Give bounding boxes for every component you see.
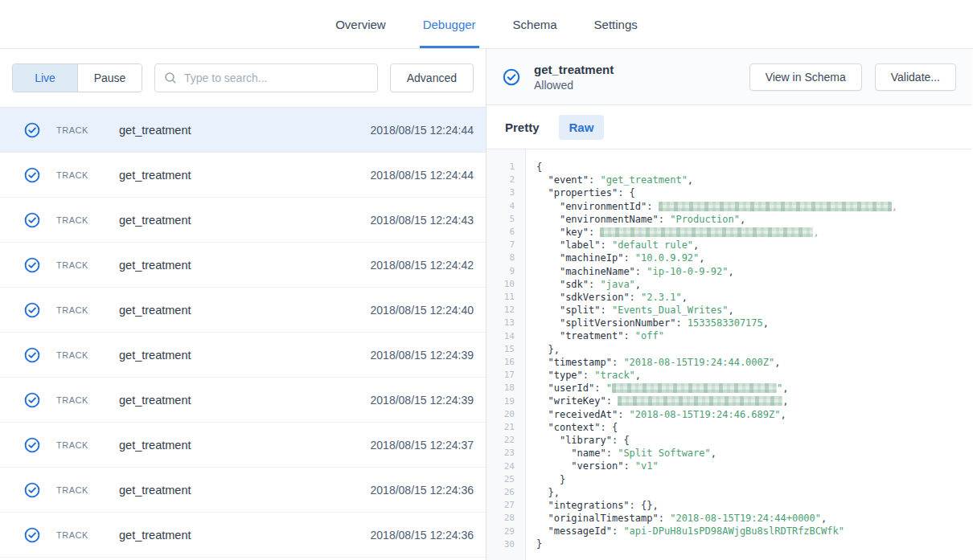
event-type-label: TRACK	[56, 440, 119, 450]
code-line: "properties": {	[536, 186, 972, 199]
json-key: "environmentName"	[560, 214, 659, 225]
check-circle-icon	[24, 392, 40, 408]
line-number: 25	[486, 473, 515, 486]
line-number: 23	[486, 447, 515, 460]
search-input[interactable]	[184, 72, 368, 84]
code-line: "context": {	[536, 421, 972, 434]
code-line: "sdk": "java",	[536, 278, 972, 291]
validate-button[interactable]: Validate...	[875, 63, 956, 91]
event-row[interactable]: TRACKget_treatment2018/08/15 12:24:44	[0, 108, 486, 153]
code-line: "machineIp": "10.0.9.92",	[536, 251, 972, 264]
json-punctuation: :	[594, 382, 606, 394]
json-punctuation	[536, 330, 560, 341]
json-punctuation: ,	[711, 448, 716, 459]
code-line: "version": "v1"	[536, 460, 972, 472]
event-timestamp: 2018/08/15 12:24:40	[371, 304, 474, 317]
event-row[interactable]: TRACKget_treatment2018/08/15 12:24:36	[0, 513, 486, 558]
json-key: "sdk"	[560, 279, 589, 290]
json-punctuation	[536, 525, 548, 537]
json-key: "split"	[560, 305, 601, 316]
json-punctuation: :	[623, 252, 634, 264]
line-number: 30	[486, 538, 515, 551]
json-key: "version"	[571, 460, 623, 472]
json-key: "writeKey"	[548, 395, 606, 407]
event-timestamp: 2018/08/15 12:24:36	[371, 529, 474, 542]
json-punctuation: : {	[618, 187, 635, 198]
pause-button[interactable]: Pause	[77, 64, 142, 92]
advanced-button[interactable]: Advanced	[390, 63, 474, 92]
json-value: "default rule"	[612, 239, 693, 251]
event-status: Allowed	[534, 79, 614, 92]
view-in-schema-button[interactable]: View in Schema	[749, 63, 862, 91]
json-punctuation: : {	[612, 435, 630, 446]
redacted-value	[612, 383, 777, 393]
code-line: "library": {	[536, 434, 972, 447]
json-punctuation	[536, 305, 560, 316]
tab-settings[interactable]: Settings	[593, 0, 638, 48]
event-row[interactable]: TRACKget_treatment2018/08/15 12:24:40	[0, 288, 486, 333]
code-line: "sdkVersion": "2.3.1",	[536, 291, 972, 304]
json-key: "messageId"	[548, 525, 611, 537]
json-punctuation: ,	[693, 239, 699, 251]
tab-overview[interactable]: Overview	[335, 0, 387, 48]
code-line: "timestamp": "2018-08-15T19:24:44.000Z",	[536, 356, 972, 369]
event-row[interactable]: TRACKget_treatment2018/08/15 12:24:39	[0, 333, 486, 378]
event-row[interactable]: TRACKget_treatment2018/08/15 12:24:42	[0, 243, 486, 288]
json-punctuation: :	[606, 395, 618, 407]
json-punctuation: : {},	[630, 500, 659, 511]
json-punctuation	[536, 292, 560, 303]
event-type-label: TRACK	[56, 485, 119, 495]
json-punctuation: :	[635, 266, 647, 277]
event-row[interactable]: TRACKget_treatment2018/08/15 12:24:43	[0, 198, 486, 243]
code-line: "split": "Events_Dual_Writes",	[536, 304, 972, 317]
live-button[interactable]: Live	[13, 64, 77, 92]
tab-pretty[interactable]: Pretty	[505, 121, 540, 134]
payload-view-tabs: Pretty Raw	[486, 105, 972, 149]
line-number: 2	[486, 174, 515, 186]
json-value: "	[606, 382, 612, 394]
json-punctuation	[536, 187, 548, 198]
json-key: "machineName"	[560, 266, 635, 277]
json-punctuation	[536, 174, 548, 186]
json-punctuation: :	[583, 370, 594, 381]
json-punctuation: ,	[813, 227, 819, 238]
tab-schema[interactable]: Schema	[512, 0, 558, 48]
event-name: get_treatment	[119, 349, 191, 362]
event-detail-header: get_treatment Allowed View in Schema Val…	[486, 49, 972, 105]
search-box[interactable]	[154, 63, 378, 92]
tab-debugger[interactable]: Debugger	[422, 0, 477, 48]
check-circle-icon	[503, 68, 520, 86]
event-row[interactable]: TRACKget_treatment2018/08/15 12:24:37	[0, 423, 486, 468]
json-punctuation: : {	[600, 422, 618, 433]
event-title: get_treatment	[534, 63, 614, 76]
event-row[interactable]: TRACKget_treatment2018/08/15 12:24:44	[0, 153, 486, 198]
json-punctuation: ,	[699, 252, 704, 264]
event-name: get_treatment	[119, 304, 191, 317]
code-line: "type": "track",	[536, 369, 972, 382]
check-circle-icon	[24, 347, 40, 363]
redacted-value	[600, 227, 813, 237]
check-circle-icon	[24, 122, 40, 138]
tab-raw[interactable]: Raw	[559, 115, 605, 140]
top-navigation: Overview Debugger Schema Settings	[0, 0, 973, 49]
json-punctuation	[536, 279, 560, 290]
event-type-label: TRACK	[56, 260, 119, 270]
json-value: "2.3.1"	[641, 292, 682, 303]
event-type-label: TRACK	[56, 170, 119, 180]
code-line: "label": "default rule",	[536, 239, 972, 251]
live-pause-toggle: Live Pause	[12, 63, 142, 92]
json-punctuation	[536, 252, 560, 264]
line-number: 21	[486, 421, 515, 434]
event-row[interactable]: TRACKget_treatment2018/08/15 12:24:39	[0, 378, 486, 423]
json-punctuation: ,	[682, 292, 688, 303]
event-row[interactable]: TRACKget_treatment2018/08/15 12:24:36	[0, 468, 486, 513]
check-circle-icon	[24, 527, 40, 543]
raw-json-viewer[interactable]: 1234567891011121314151617181920212223242…	[486, 149, 972, 560]
json-key: "label"	[560, 239, 601, 251]
event-type-label: TRACK	[56, 305, 119, 315]
json-punctuation: :	[659, 214, 670, 225]
line-number: 11	[486, 291, 515, 304]
code-line: "messageId": "api-DPuH8u1sPD98AWjgBu8slR…	[536, 525, 972, 538]
json-key: "timestamp"	[548, 357, 611, 368]
json-punctuation	[536, 409, 548, 420]
